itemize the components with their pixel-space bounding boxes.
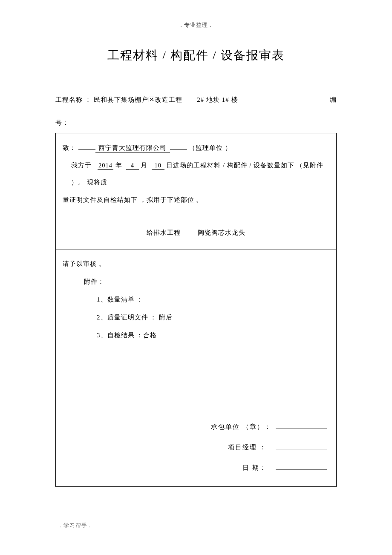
month-unit: 月 (141, 162, 147, 169)
serial-row-2: 号： (55, 119, 337, 127)
section-top: 致： 西宁青大监理有限公司 （监理单位 ） 我方于 2014 年 4 月 10 … (56, 133, 336, 250)
plot-value: 2# 地块 1# 楼 (197, 93, 238, 106)
day-value: 10 (152, 161, 164, 170)
serial-label-part1: 编 (330, 93, 337, 106)
line3: 量证明文件及自检结如下 ，拟用于下述部位 。 (63, 191, 329, 209)
to-label: 致： (63, 144, 76, 151)
signature-block: 承包单位 （章）： 项目经理 ： 日 期： (63, 417, 329, 478)
sig-contractor-label: 承包单位 （章）： (211, 423, 271, 430)
center-b: 陶瓷阀芯水龙头 (198, 229, 245, 236)
sig-date-line (276, 464, 327, 470)
project-value: 民和县下集场棚户区改造工程 (94, 96, 182, 103)
sig-contractor: 承包单位 （章）： (63, 417, 327, 437)
center-a: 给排水工程 (147, 224, 181, 242)
org-suffix: （监理单位 ） (189, 144, 232, 151)
date-line: 我方于 2014 年 4 月 10 日进场的工程材料 / 构配件 / 设备数量如… (63, 157, 329, 191)
month-value: 4 (126, 161, 139, 170)
attachment-2: 2、质量证明文件 ： 附后 (63, 308, 329, 326)
sig-manager-line (276, 443, 327, 449)
header-rule (55, 30, 337, 30)
document-page: . 专业整理 . 工程材料 / 构配件 / 设备报审表 工程名称 ： 民和县下集… (0, 0, 392, 504)
year-value: 2014 (98, 161, 113, 170)
project-label: 工程名称 ： (55, 96, 92, 103)
attachment-1: 1、数量清单 ： (63, 290, 329, 308)
sig-manager-label: 项目经理 ： (228, 444, 267, 451)
sig-manager: 项目经理 ： (63, 437, 327, 457)
section-bottom: 请予以审核 。 附件： 1、数量清单 ： 2、质量证明文件 ： 附后 3、自检结… (56, 250, 336, 486)
project-meta-row: 工程名称 ： 民和县下集场棚户区改造工程 2# 地块 1# 楼 编 (55, 93, 337, 106)
page-title: 工程材料 / 构配件 / 设备报审表 (55, 47, 337, 63)
footer-tag: . 学习帮手 . (60, 522, 91, 529)
center-content-line: 给排水工程 陶瓷阀芯水龙头 (63, 224, 329, 242)
blank-underline-2 (170, 150, 187, 150)
org-value: 西宁青大监理有限公司 (95, 144, 170, 152)
to-line: 致： 西宁青大监理有限公司 （监理单位 ） (63, 139, 329, 157)
year-unit: 年 (115, 162, 122, 169)
form-box: 致： 西宁青大监理有限公司 （监理单位 ） 我方于 2014 年 4 月 10 … (55, 133, 337, 487)
review-line: 请予以审核 。 (63, 255, 329, 273)
sig-date-label: 日 期： (242, 464, 267, 471)
attach-label: 附件： (63, 273, 329, 290)
blank-underline (78, 150, 95, 150)
header-tag: . 专业整理 . (55, 21, 337, 29)
attachment-3: 3、自检结果 ：合格 (63, 326, 329, 344)
line2-a: 我方于 (71, 162, 92, 169)
sig-date: 日 期： (63, 457, 327, 478)
serial-label-part2: 号： (55, 119, 69, 126)
sig-contractor-line (276, 423, 327, 429)
